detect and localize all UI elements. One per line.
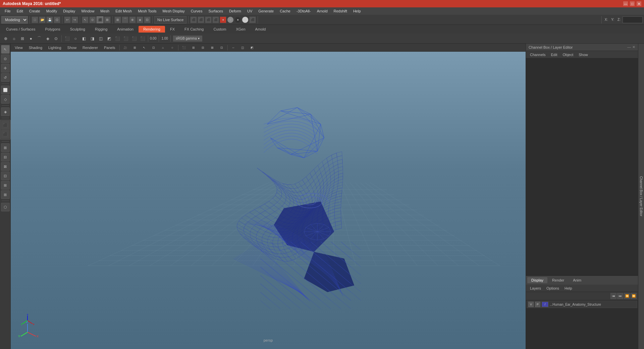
menu-create[interactable]: Create [26,8,43,14]
layer-visibility-toggle[interactable]: V [528,302,534,307]
le-toolbar-btn4[interactable]: ⏩ [631,293,637,299]
vp-menu-shading[interactable]: Shading [27,45,44,50]
le-toolbar-btn3[interactable]: ⏪ [624,293,630,299]
tab-curves-surfaces[interactable]: Curves / Surfaces [1,26,40,33]
tab-fx[interactable]: FX [165,26,179,33]
menu-mesh[interactable]: Mesh [98,8,112,14]
misc-button[interactable]: ⬡ [1,203,10,211]
sphere-icon[interactable]: ○ [227,16,234,23]
smooth-icon[interactable]: ○ [72,35,79,42]
group-btn-2[interactable]: ⬛ [1,130,10,139]
hypershade-icon[interactable]: ⬛ [212,16,219,23]
le-tab-anim[interactable]: Anim [569,277,585,283]
light-sphere-icon[interactable]: ○ [242,16,249,23]
render-icon[interactable]: ⬛ [190,16,197,23]
gamma-selector[interactable]: sRGB gamma ▾ [173,36,202,42]
le-menu-layers[interactable]: Layers [528,286,543,291]
cb-menu-edit[interactable]: Edit [549,52,559,57]
snap-view-icon[interactable]: ⊡ [144,16,151,23]
rotate-tool-button[interactable]: ↺ [1,73,10,82]
select-tool-button[interactable]: ↖ [1,45,10,54]
viewport-type-icon[interactable]: ⬛ [180,44,188,51]
lasso-icon[interactable]: ⊙ [89,16,96,23]
snap-icon[interactable]: ⊕ [2,35,9,42]
vp-menu-view[interactable]: View [13,45,25,50]
vp-menu-show[interactable]: Show [65,45,79,50]
bookmark-icon[interactable]: ⊡ [150,44,157,51]
menu-display[interactable]: Display [60,8,78,14]
save-as-icon[interactable]: ⌬ [54,16,60,23]
tab-rigging[interactable]: Rigging [90,26,112,33]
texture-icon[interactable]: ◧ [80,35,88,42]
menu-curves[interactable]: Curves [188,8,205,14]
snap-grid-icon[interactable]: ⊞ [114,16,121,23]
cb-menu-channels[interactable]: Channels [528,52,547,57]
show-icon[interactable]: ⬛ [122,35,129,42]
magnet-icon[interactable]: ☼ [10,35,18,42]
le-menu-options[interactable]: Options [544,286,561,291]
grid-view-icon[interactable]: ⊞ [131,44,139,51]
viewport-extra-icon[interactable]: ⊡ [218,44,225,51]
display-mode6-button[interactable]: ⊞ [1,190,10,199]
stereo-icon[interactable]: ↔ [230,44,237,51]
menu-edit[interactable]: Edit [14,8,26,14]
vp-menu-panels[interactable]: Panels [102,45,117,50]
display-mode3-button[interactable]: ⊠ [1,162,10,171]
channel-box-close-button[interactable]: ✕ [632,45,635,49]
menu-modify[interactable]: Modify [44,8,60,14]
menu-mesh-tools[interactable]: Mesh Tools [135,8,159,14]
surface-icon[interactable]: ◈ [44,35,51,42]
minimize-button[interactable]: — [623,1,628,6]
snap-curve-icon[interactable]: ⌒ [122,16,128,23]
grid-icon[interactable]: ⊞ [19,35,26,42]
save-icon[interactable]: 💾 [46,16,53,23]
open-icon[interactable]: 📂 [39,16,46,23]
isolate-icon[interactable]: ⬛ [139,35,146,42]
light-icon[interactable]: ◨ [89,35,96,42]
display-mode4-button[interactable]: ⊡ [1,171,10,180]
new-file-icon[interactable]: □ [32,16,38,23]
wireframe2-icon[interactable]: ◫ [239,44,247,51]
layer-item[interactable]: V P / ...Human_Ear_Anatomy_Structure [527,301,637,308]
viewport-3d[interactable]: persp X Y Z [11,52,526,349]
mode-selector[interactable]: Modeling [1,16,28,23]
render-pass-icon[interactable]: ● [220,16,226,23]
vp-menu-lighting[interactable]: Lighting [46,45,63,50]
tab-sculpting[interactable]: Sculpting [65,26,90,33]
snap-surface-icon[interactable]: ◈ [137,16,143,23]
isolate-view-icon[interactable]: ○ [169,44,176,51]
select-icon[interactable]: ↖ [82,16,89,23]
redo-icon[interactable]: ↪ [71,16,78,23]
undo-icon[interactable]: ↩ [64,16,71,23]
display-mode2-button[interactable]: ⊟ [1,153,10,161]
select-view-icon[interactable]: ↖ [141,44,148,51]
point-icon[interactable]: ● [27,35,35,42]
channel-box-min-button[interactable]: — [627,45,631,49]
menu-deform[interactable]: Deform [226,8,244,14]
cb-menu-show[interactable]: Show [577,52,590,57]
scale-tool-button[interactable]: ⬜ [1,86,10,94]
checker-icon[interactable]: ⬛ [249,16,256,23]
menu-file[interactable]: File [2,8,13,14]
group-btn-1[interactable]: ⬛ [1,121,10,130]
le-tab-display[interactable]: Display [527,277,547,283]
attribute-editor-tab[interactable]: Channel Box / Layer Editor [638,44,644,349]
snap-view2-icon[interactable]: ⌂ [159,44,167,51]
close-button[interactable]: ✕ [637,1,641,6]
cam-icon[interactable]: 🎥 [122,44,129,51]
tab-polygons[interactable]: Polygons [40,26,65,33]
menu-generate[interactable]: Generate [256,8,276,14]
component-icon[interactable]: ⬛ [114,35,121,42]
menu-redshift[interactable]: Redshift [331,8,350,14]
vp-menu-renderer[interactable]: Renderer [80,45,100,50]
menu-help[interactable]: Help [351,8,364,14]
shadow-icon[interactable]: ◫ [97,35,104,42]
viewport-layout-icon[interactable]: ⊞ [190,44,197,51]
render-settings-icon[interactable]: ⬛ [205,16,212,23]
menu-3dtoall[interactable]: -3DtoAll- [294,8,314,14]
view-icon[interactable]: ⊙ [52,35,60,42]
maximize-button[interactable]: □ [630,1,635,6]
display-mode5-button[interactable]: ⊞ [1,181,10,190]
curve2-icon[interactable]: ⌒ [36,35,43,42]
menu-uv[interactable]: UV [245,8,255,14]
